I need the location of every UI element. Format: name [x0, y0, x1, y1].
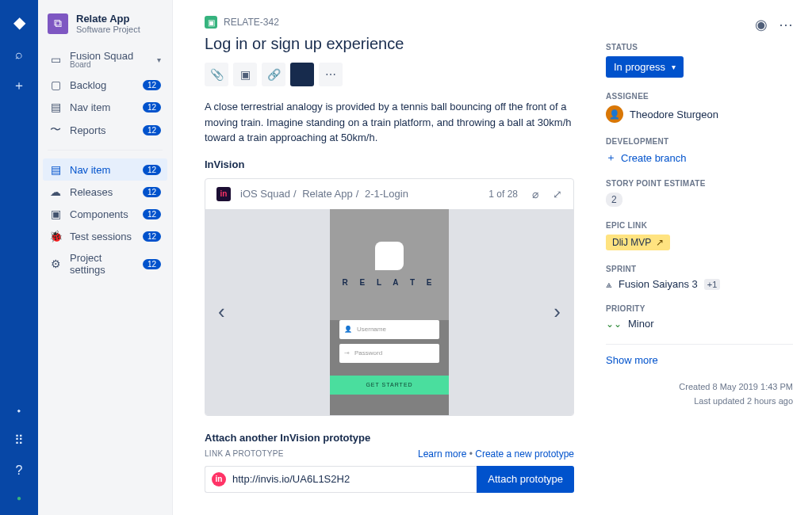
invision-badge-icon: in [212, 472, 226, 486]
count-badge: 12 [143, 102, 161, 113]
sidebar-item-project-settings[interactable]: ⚙Project settings12 [43, 247, 167, 280]
details-divider [606, 344, 793, 345]
subtask-icon[interactable]: ▣ [233, 63, 257, 86]
nav-label: Reports [70, 124, 135, 136]
sidebar-item-backlog[interactable]: ▢Backlog12 [43, 74, 167, 96]
invision-section-label: InVision [205, 158, 574, 170]
status-dropdown[interactable]: In progress▾ [606, 56, 684, 78]
nav-icon: ▤ [49, 101, 62, 113]
assignee-value[interactable]: 👤 Theodore Sturgeon [606, 105, 793, 123]
epic-link-label: EPIC LINK [606, 221, 793, 230]
addon-icon[interactable] [290, 63, 314, 86]
prototype-url-input[interactable]: in http://invis.io/UA6L1S2H2 [205, 466, 477, 493]
relate-brand: R E L A T E [343, 278, 437, 287]
chevron-down-icon: ▾ [672, 63, 676, 71]
issue-type-icon: ▣ [205, 16, 217, 29]
create-branch-link[interactable]: ＋Create branch [606, 151, 793, 165]
rocket-icon[interactable]: ⬩ [15, 402, 23, 417]
issue-key-row[interactable]: ▣ RELATE-342 [205, 16, 574, 29]
priority-value[interactable]: ⌄⌄ Minor [606, 318, 793, 330]
sprint-value[interactable]: ⟁ Fusion Saiyans 3 +1 [606, 278, 793, 290]
issue-main: ▣ RELATE-342 Log in or sign up experienc… [173, 0, 606, 515]
priority-label: PRIORITY [606, 304, 793, 313]
invision-screen[interactable]: R E L A T E 👤Username ⊸Password GET STAR… [330, 209, 449, 415]
assignee-avatar: 👤 [606, 105, 623, 123]
sidebar-item-nav-item[interactable]: ▤Nav item12 [43, 96, 167, 118]
sidebar-item-fusion-squad[interactable]: ▭Fusion SquadBoard▾ [43, 45, 167, 74]
nav-icon: 〜 [49, 123, 62, 137]
help-icon[interactable]: ? [16, 464, 23, 478]
count-badge: 12 [143, 125, 161, 135]
sprint-label: SPRINT [606, 265, 793, 273]
attach-title: Attach another InVision prototype [205, 432, 574, 444]
invision-body: ‹ R E L A T E 👤Username ⊸Password GET ST… [205, 209, 573, 415]
jira-logo[interactable]: ◆ [13, 13, 25, 32]
nav-label: Test sessions [70, 231, 135, 242]
sprint-extra-badge: +1 [704, 279, 721, 290]
nav-label: Releases [70, 186, 135, 198]
sidebar-item-nav-item[interactable]: ▤Nav item12 [43, 158, 167, 181]
issue-dates: Created 8 May 2019 1:43 PM Last updated … [606, 380, 793, 408]
issue-actions: 📎 ▣ 🔗 ⋯ [205, 63, 574, 86]
nav-icon: ▤ [49, 163, 62, 176]
create-prototype-link[interactable]: Create a new prototype [475, 448, 574, 460]
attach-prototype-button[interactable]: Attach prototype [477, 466, 574, 493]
link-icon[interactable]: 🔗 [262, 63, 285, 86]
search-icon[interactable]: ⌕ [15, 48, 23, 62]
project-header[interactable]: ⧉ Relate App Software Project [38, 10, 172, 44]
count-badge: 12 [143, 259, 161, 269]
nav-icon: ☁ [49, 185, 62, 198]
chevron-down-icon: ▾ [157, 55, 161, 64]
prev-arrow-icon[interactable]: ‹ [218, 299, 225, 324]
attach-icon[interactable]: 📎 [205, 63, 228, 86]
nav-label: Nav item [70, 164, 135, 176]
project-subtitle: Software Project [76, 25, 140, 34]
invision-breadcrumb[interactable]: iOS Squad/ Relate App/ 2-1-Login [239, 188, 481, 200]
sidebar-item-test-sessions[interactable]: 🐞Test sessions12 [43, 225, 167, 247]
sidebar-item-components[interactable]: ▣Components12 [43, 203, 167, 225]
relate-logo-icon [375, 242, 404, 270]
count-badge: 12 [143, 209, 161, 219]
plus-icon: ＋ [606, 151, 616, 165]
attach-section: Attach another InVision prototype LINK A… [205, 432, 574, 493]
nav-label: Backlog [70, 79, 135, 91]
mock-username-input: 👤Username [339, 320, 439, 339]
nav-label: Components [70, 208, 135, 220]
sidebar-item-reports[interactable]: 〜Reports12 [43, 118, 167, 142]
invision-card: in iOS Squad/ Relate App/ 2-1-Login 1 of… [205, 178, 574, 416]
nav-icon: ▢ [49, 78, 62, 91]
epic-link-value[interactable]: DliJ MVP↗ [606, 235, 670, 250]
assignee-label: ASSIGNEE [606, 92, 793, 101]
sprint-icon: ⟁ [606, 278, 612, 290]
sidebar-item-releases[interactable]: ☁Releases12 [43, 181, 167, 203]
global-nav: ◆ ⌕ ＋ ⬩ ⠿ ? ● [0, 0, 38, 515]
issue-details-panel: ◉ ⋯ STATUS In progress▾ ASSIGNEE 👤 Theod… [606, 0, 812, 515]
show-more-link[interactable]: Show more [606, 354, 793, 366]
expand-icon[interactable]: ⤢ [553, 188, 562, 200]
count-badge: 12 [143, 80, 161, 90]
nav-icon: ▣ [49, 208, 62, 220]
more-actions-icon[interactable]: ⋯ [319, 63, 343, 86]
story-points-value[interactable]: 2 [606, 193, 622, 207]
mock-cta-button: GET STARTED [330, 376, 449, 395]
issue-description[interactable]: A close terrestrial analogy is provided … [205, 99, 574, 146]
apps-icon[interactable]: ⠿ [14, 433, 24, 448]
inspect-icon[interactable]: ⌀ [532, 188, 538, 200]
development-label: DEVELOPMENT [606, 137, 793, 146]
issue-title[interactable]: Log in or sign up experience [205, 35, 574, 53]
external-link-icon: ↗ [656, 237, 664, 248]
project-avatar: ⧉ [48, 13, 68, 34]
priority-minor-icon: ⌄⌄ [606, 319, 622, 330]
learn-more-link[interactable]: Learn more [418, 448, 466, 460]
issue-key: RELATE-342 [224, 17, 279, 28]
create-icon[interactable]: ＋ [13, 78, 25, 94]
more-icon[interactable]: ⋯ [779, 16, 793, 33]
nav-label: Fusion SquadBoard [70, 50, 149, 69]
nav-icon: ⚙ [49, 258, 62, 270]
next-arrow-icon[interactable]: › [553, 299, 561, 324]
invision-logo-icon: in [216, 187, 231, 201]
watch-icon[interactable]: ◉ [755, 16, 768, 33]
count-badge: 12 [143, 231, 161, 242]
story-points-label: STORY POINT ESTIMATE [606, 179, 793, 188]
presence-icon: ● [17, 494, 21, 502]
